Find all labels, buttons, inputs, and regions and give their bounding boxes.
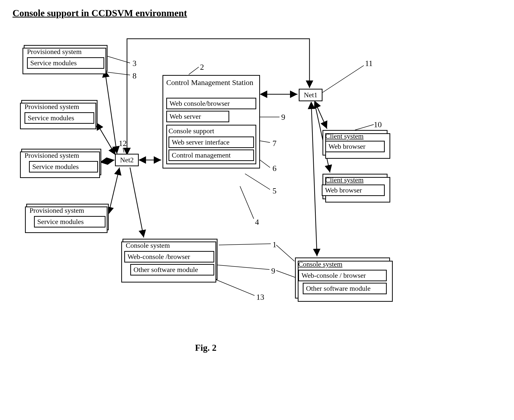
label-2: 2 xyxy=(200,62,204,72)
label-5: 5 xyxy=(272,186,276,196)
client-2: Client system Web browser xyxy=(322,174,388,199)
label-10: 10 xyxy=(374,120,382,129)
label-3: 3 xyxy=(132,59,136,68)
svg-line-25 xyxy=(214,279,254,296)
net1-label: Net1 xyxy=(304,91,317,99)
label-4: 4 xyxy=(255,218,259,227)
provisioned-title: Provisioned system xyxy=(24,152,98,160)
cms-console-support-label: Console support xyxy=(168,127,214,135)
console-row2: Other software module xyxy=(130,264,214,276)
svg-line-0 xyxy=(105,71,117,154)
svg-line-22 xyxy=(276,245,294,261)
client-title: Client system xyxy=(325,132,385,140)
label-6: 6 xyxy=(272,164,276,173)
console-title: Console system xyxy=(126,242,214,250)
provisioned-title: Provisioned system xyxy=(24,103,94,111)
label-11: 11 xyxy=(365,59,373,68)
provisioned-4: Provisioned system Service modules xyxy=(26,204,109,230)
label-9b: 9 xyxy=(271,266,275,276)
net2-box: Net2 xyxy=(115,154,139,166)
net1-box: Net1 xyxy=(299,89,322,101)
cms-ctrl-mgmt: Control management xyxy=(168,150,254,161)
svg-line-10 xyxy=(108,56,130,63)
svg-line-4 xyxy=(130,168,144,238)
svg-line-24 xyxy=(276,270,296,278)
client-sub: Web browser xyxy=(322,184,385,196)
page-title: Console support in CCDSVM environment xyxy=(12,8,187,18)
svg-line-23 xyxy=(218,265,270,270)
label-8: 8 xyxy=(132,71,136,80)
console-b: Console system Web-console / browser Oth… xyxy=(295,258,390,298)
svg-line-20 xyxy=(355,124,374,130)
provisioned-3: Provisioned system Service modules xyxy=(21,149,101,175)
client-1: Client system Web browser xyxy=(322,130,388,156)
net2-label: Net2 xyxy=(120,156,134,164)
svg-line-18 xyxy=(240,186,254,219)
console-row1: Web-console / browser xyxy=(298,270,387,281)
svg-line-17 xyxy=(245,174,270,190)
provisioned-2: Provisioned system Service modules xyxy=(21,100,98,126)
svg-line-7 xyxy=(315,102,327,129)
label-9a: 9 xyxy=(281,112,285,122)
console-row1: Web-console /browser xyxy=(124,251,214,262)
cms-box: Control Management Station Web console/b… xyxy=(162,75,260,168)
client-title: Client system xyxy=(325,176,385,184)
svg-line-21 xyxy=(219,244,271,245)
figure-label: Fig. 2 xyxy=(195,342,216,353)
provisioned-1: Provisioned system Service modules xyxy=(24,45,108,72)
console-row2: Other software module xyxy=(303,283,387,294)
provisioned-title: Provisioned system xyxy=(30,206,106,214)
svg-line-9 xyxy=(311,103,317,256)
cms-web-server: Web server xyxy=(166,111,229,122)
label-1: 1 xyxy=(272,240,276,249)
cms-console-support: Console support Web server interface Con… xyxy=(166,125,256,164)
svg-line-3 xyxy=(109,168,120,213)
service-modules: Service modules xyxy=(34,216,106,228)
service-modules: Service modules xyxy=(24,112,94,124)
cms-title: Control Management Station xyxy=(166,78,256,96)
cms-web-console: Web console/browser xyxy=(166,98,256,109)
svg-line-19 xyxy=(322,66,364,92)
svg-line-2 xyxy=(101,160,114,162)
label-12: 12 xyxy=(119,139,127,148)
provisioned-title: Provisioned system xyxy=(27,48,104,56)
console-title: Console system xyxy=(298,260,387,268)
console-a: Console system Web-console /browser Othe… xyxy=(122,239,218,280)
service-modules: Service modules xyxy=(27,57,104,69)
client-sub: Web browser xyxy=(325,141,385,152)
service-modules: Service modules xyxy=(29,161,98,172)
svg-line-12 xyxy=(123,148,124,152)
cms-web-server-if: Web server interface xyxy=(168,136,254,148)
svg-line-13 xyxy=(189,67,199,74)
label-7: 7 xyxy=(272,139,276,148)
label-13: 13 xyxy=(256,292,264,302)
